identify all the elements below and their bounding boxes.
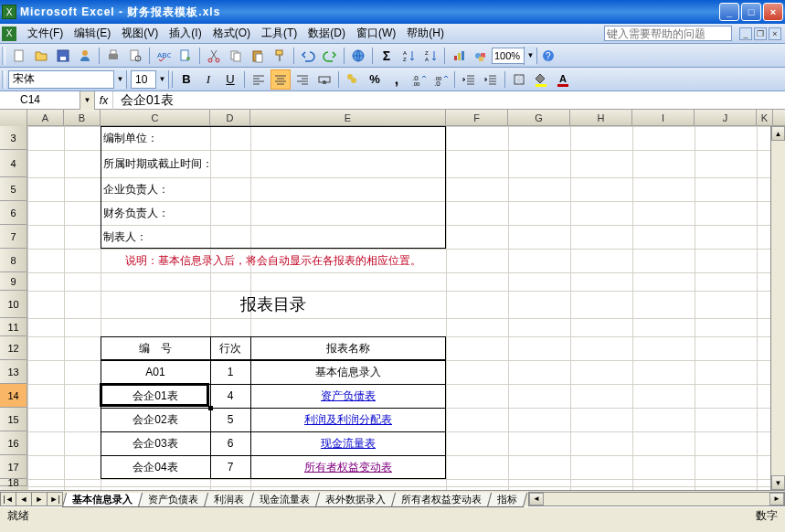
name-box-dropdown[interactable]: ▼ (80, 91, 95, 110)
cut-button[interactable] (204, 46, 224, 66)
open-button[interactable] (31, 46, 51, 66)
workbook-close[interactable]: × (769, 27, 781, 40)
col-header[interactable]: G (508, 110, 570, 126)
row-header[interactable]: 3 (0, 126, 27, 150)
cell[interactable]: A01 (101, 360, 210, 384)
col-header[interactable]: B (64, 110, 101, 126)
menu-item[interactable]: 文件(F) (22, 25, 69, 41)
col-header[interactable]: F (446, 110, 508, 126)
chart-wizard-button[interactable] (449, 46, 469, 66)
tab-nav-prev[interactable]: ◄ (16, 492, 32, 506)
col-header[interactable]: C (101, 110, 210, 126)
align-left-button[interactable] (249, 69, 269, 90)
scroll-down-button[interactable]: ▼ (771, 475, 785, 490)
cell[interactable]: 说明：基本信息录入后，将会自动显示在各报表的相应位置。 (101, 249, 446, 272)
bold-button[interactable]: B (176, 69, 196, 90)
workbook-restore[interactable]: ❐ (754, 27, 767, 40)
col-header[interactable]: A (27, 110, 64, 126)
sheet-tab[interactable]: 利润表 (204, 493, 254, 507)
menu-item[interactable]: 插入(I) (164, 25, 207, 41)
scroll-left-button[interactable]: ◄ (529, 493, 544, 505)
currency-button[interactable] (343, 69, 363, 90)
cell[interactable]: 基本信息录入 (250, 360, 446, 384)
tab-nav-last[interactable]: ►| (47, 492, 63, 506)
help-search-input[interactable] (604, 26, 732, 41)
merge-center-button[interactable]: a (314, 69, 334, 90)
save-button[interactable] (53, 46, 73, 66)
cell[interactable]: 会企02表 (101, 408, 210, 431)
align-center-button[interactable] (271, 69, 291, 90)
sort-asc-button[interactable]: AZ (398, 46, 419, 66)
col-header[interactable]: I (632, 110, 695, 126)
col-header[interactable]: D (210, 110, 250, 126)
vertical-scrollbar[interactable]: ▲ ▼ (770, 126, 785, 490)
col-header[interactable]: K (757, 110, 773, 126)
percent-button[interactable]: % (365, 69, 385, 90)
fill-color-button[interactable] (531, 69, 551, 90)
menu-item[interactable]: 格式(O) (207, 25, 256, 41)
row-header[interactable]: 8 (0, 249, 27, 272)
cell[interactable]: 1 (210, 360, 250, 384)
menu-item[interactable]: 工具(T) (256, 25, 302, 41)
cell[interactable]: 编制单位： (101, 126, 210, 150)
toolbar-grip[interactable] (2, 47, 5, 65)
row-header[interactable]: 5 (0, 177, 27, 201)
row-header[interactable]: 11 (0, 318, 27, 336)
scroll-up-button[interactable]: ▲ (771, 126, 785, 141)
cell[interactable]: 6 (210, 431, 250, 455)
align-right-button[interactable] (292, 69, 313, 90)
sheet-tab[interactable]: 现金流量表 (249, 493, 320, 507)
cell[interactable]: 所有者权益变动表 (250, 455, 446, 479)
cell[interactable]: 7 (210, 455, 250, 479)
row-header[interactable]: 14 (0, 384, 27, 408)
formula-input[interactable]: 会企01表 (113, 92, 785, 109)
col-header[interactable]: J (695, 110, 757, 126)
decrease-indent-button[interactable] (459, 69, 479, 90)
print-preview-button[interactable] (125, 46, 145, 66)
menu-item[interactable]: 数据(D) (302, 25, 351, 41)
fx-button[interactable]: fx (95, 91, 113, 110)
cell[interactable]: 行次 (210, 336, 250, 360)
menu-item[interactable]: 编辑(E) (69, 25, 116, 41)
autosum-button[interactable]: Σ (377, 46, 397, 66)
menu-item[interactable]: 视图(V) (116, 25, 164, 41)
sheet-tab[interactable]: 表外数据录入 (315, 493, 396, 507)
print-button[interactable] (103, 46, 123, 66)
hyperlink-button[interactable] (348, 46, 368, 66)
font-name-combo[interactable]: 宋体▼ (8, 70, 127, 89)
italic-button[interactable]: I (198, 69, 218, 90)
zoom-combo[interactable]: 100%▼ (492, 48, 537, 64)
font-size-combo[interactable]: 10▼ (131, 70, 169, 89)
row-header[interactable]: 7 (0, 225, 27, 249)
row-header[interactable]: 12 (0, 336, 27, 360)
tab-nav-first[interactable]: |◄ (0, 492, 16, 506)
cells-area[interactable]: 编制单位：所属时期或截止时间：企业负责人：财务负责人：制表人：说明：基本信息录入… (27, 126, 785, 490)
row-header[interactable]: 6 (0, 201, 27, 225)
doc-icon[interactable]: X (2, 27, 16, 41)
cell[interactable]: 现金流量表 (250, 431, 446, 455)
row-header[interactable]: 18 (0, 479, 27, 486)
sheet-tab[interactable]: 资产负债表 (138, 493, 208, 507)
menu-item[interactable]: 帮助(H) (401, 25, 450, 41)
sort-desc-button[interactable]: ZA (420, 46, 440, 66)
research-button[interactable] (175, 46, 196, 66)
increase-decimal-button[interactable]: .0.00 (408, 69, 429, 90)
paste-button[interactable] (248, 46, 268, 66)
comma-button[interactable]: , (387, 69, 407, 90)
select-all-corner[interactable] (0, 110, 27, 126)
row-header[interactable]: 17 (0, 455, 27, 479)
sheet-tab[interactable]: 所有者权益变动表 (391, 493, 492, 507)
cell[interactable]: 财务负责人： (101, 201, 210, 225)
sheet-tab[interactable]: 指标 (487, 493, 527, 507)
tab-nav-next[interactable]: ► (31, 492, 48, 506)
copy-button[interactable] (226, 46, 246, 66)
new-doc-button[interactable] (9, 46, 29, 66)
row-header[interactable]: 4 (0, 150, 27, 177)
row-header[interactable]: 10 (0, 291, 27, 318)
sheet-tab[interactable]: 基本信息录入 (62, 493, 143, 507)
cell[interactable]: 会企04表 (101, 455, 210, 479)
row-header[interactable]: 16 (0, 431, 27, 455)
decrease-decimal-button[interactable]: .00.0 (430, 69, 451, 90)
minimize-button[interactable]: _ (719, 3, 739, 21)
increase-indent-button[interactable] (481, 69, 501, 90)
